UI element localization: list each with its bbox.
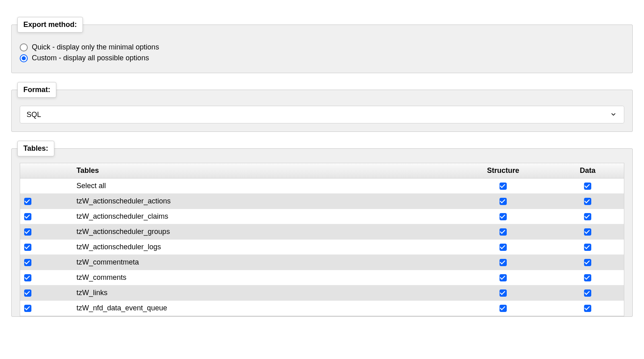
export-method-custom-row[interactable]: Custom - display all possible options [20,54,624,62]
row-structure-checkbox[interactable] [500,244,507,251]
row-table-name[interactable]: tzW_actionscheduler_groups [72,224,455,240]
row-table-name[interactable]: tzW_actionscheduler_logs [72,240,455,255]
row-select-checkbox[interactable] [24,198,31,205]
row-select-checkbox[interactable] [24,289,31,297]
row-data-checkbox[interactable] [584,228,591,236]
format-select[interactable]: SQL [20,106,624,123]
export-method-quick-row[interactable]: Quick - display only the minimal options [20,43,624,51]
chevron-down-icon [610,111,617,120]
row-select-checkbox[interactable] [24,213,31,220]
row-table-name[interactable]: tzW_actionscheduler_claims [72,209,455,224]
row-data-checkbox[interactable] [584,259,591,266]
header-data: Data [551,163,624,178]
select-all-label[interactable]: Select all [72,178,455,194]
export-method-custom-label: Custom - display all possible options [32,54,149,62]
row-table-name[interactable]: tzW_actionscheduler_actions [72,194,455,209]
row-structure-checkbox[interactable] [500,274,507,281]
select-all-blank [20,178,72,194]
table-row: tzW_actionscheduler_groups [20,224,624,240]
tables-fieldset: Tables: Tables Structure Data Select all… [11,141,633,317]
export-method-quick-radio[interactable] [20,43,28,51]
table-row: tzW_commentmeta [20,255,624,270]
row-select-checkbox[interactable] [24,244,31,251]
table-row: tzW_nfd_data_event_queue [20,301,624,316]
select-all-data-checkbox[interactable] [584,183,591,190]
row-structure-checkbox[interactable] [500,289,507,297]
row-structure-checkbox[interactable] [500,213,507,220]
row-select-checkbox[interactable] [24,305,31,312]
row-table-name[interactable]: tzW_commentmeta [72,255,455,270]
row-select-checkbox[interactable] [24,274,31,281]
row-structure-checkbox[interactable] [500,259,507,266]
row-structure-checkbox[interactable] [500,305,507,312]
row-data-checkbox[interactable] [584,198,591,205]
row-data-checkbox[interactable] [584,274,591,281]
export-method-quick-label: Quick - display only the minimal options [32,43,159,51]
row-structure-checkbox[interactable] [500,198,507,205]
header-tables: Tables [72,163,455,178]
row-data-checkbox[interactable] [584,289,591,297]
export-method-legend: Export method: [17,17,83,33]
row-structure-checkbox[interactable] [500,228,507,236]
row-table-name[interactable]: tzW_links [72,285,455,301]
table-row: tzW_actionscheduler_actions [20,194,624,209]
table-row: tzW_actionscheduler_claims [20,209,624,224]
row-select-checkbox[interactable] [24,228,31,236]
format-legend: Format: [17,82,56,98]
row-select-checkbox[interactable] [24,259,31,266]
tables-header-row: Tables Structure Data [20,163,624,178]
tables-table: Tables Structure Data Select all tzW_act… [20,163,624,316]
row-data-checkbox[interactable] [584,213,591,220]
row-data-checkbox[interactable] [584,244,591,251]
row-table-name[interactable]: tzW_nfd_data_event_queue [72,301,455,316]
export-method-custom-radio[interactable] [20,54,28,62]
row-table-name[interactable]: tzW_comments [72,270,455,285]
select-all-row: Select all [20,178,624,194]
format-selected-value: SQL [27,111,41,119]
format-fieldset: Format: SQL [11,82,633,132]
export-method-fieldset: Export method: Quick - display only the … [11,17,633,73]
row-data-checkbox[interactable] [584,305,591,312]
header-blank [20,163,72,178]
table-row: tzW_comments [20,270,624,285]
table-row: tzW_links [20,285,624,301]
header-structure: Structure [455,163,551,178]
select-all-structure-checkbox[interactable] [500,183,507,190]
table-row: tzW_actionscheduler_logs [20,240,624,255]
tables-legend: Tables: [17,141,54,156]
